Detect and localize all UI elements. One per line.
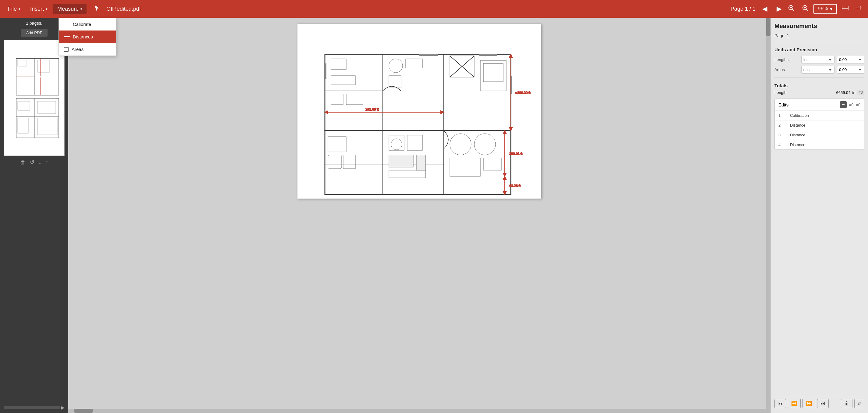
divider-2 (774, 77, 864, 78)
toolbar-right-controls: 96% ▾ (785, 3, 864, 14)
areas-unit-select[interactable]: s.in s.ft s.cm s.m (801, 66, 835, 73)
zoom-chevron-icon: ▾ (830, 6, 833, 12)
fit-page-button[interactable] (839, 4, 851, 14)
calibrate-icon (64, 22, 70, 27)
areas-checkbox-icon (64, 47, 69, 52)
totals-length-row: Length 6659.04 in #3 (774, 90, 864, 95)
calibrate-label: Calibrate (73, 22, 91, 27)
nav-copy-button[interactable]: ⧉ (854, 399, 864, 408)
nav-delete-button[interactable]: 🗑 (841, 399, 852, 408)
svg-rect-59 (389, 155, 413, 167)
bottom-scrollbar-thumb (74, 409, 93, 413)
insert-menu-button[interactable]: Insert ▾ (26, 4, 52, 14)
edits-list: 1 Calibration 2 Distance 3 Distance 4 Di… (775, 111, 864, 149)
distance-icon (64, 35, 70, 39)
nav-prev-button[interactable]: ⏪ (788, 399, 801, 408)
hash-badge-0a: #0 (849, 102, 854, 107)
units-grid: Lengths in ft cm m 0.00 0.0 0 Areas s.in… (774, 56, 864, 73)
edit-item-2[interactable]: 2 Distance (775, 120, 864, 130)
main-toolbar: File ▾ Insert ▾ Measure ▾ OIP.edited.pdf… (0, 0, 868, 18)
hash-badge-0b: #0 (856, 102, 860, 107)
edit-item-1[interactable]: 1 Calibration (775, 111, 864, 120)
edit-item-3[interactable]: 3 Distance (775, 130, 864, 140)
bottom-scrollbar[interactable] (68, 409, 766, 413)
next-page-button[interactable]: ▶ (774, 4, 784, 14)
center-content: 241.66 ft =300.00 ft 300.01 ft (68, 18, 771, 413)
toolbar-separator-1 (89, 4, 89, 13)
totals-section: Totals Length 6659.04 in #3 (774, 83, 864, 95)
floor-plan-svg: 241.66 ft =300.00 ft 300.01 ft (298, 24, 541, 198)
left-sidebar: 1 pages. Add PDF 1 (0, 18, 68, 413)
edits-container: Edits − #0 #0 1 Calibration 2 Distance 3 (774, 98, 864, 150)
svg-rect-38 (420, 54, 438, 56)
sidebar-scrollbar[interactable] (4, 406, 60, 409)
edit-num-4: 4 (778, 143, 787, 147)
right-panel: Measurements Page: 1 Units and Precision… (771, 18, 868, 413)
edits-minus-button[interactable]: − (840, 101, 847, 108)
edit-num-1: 1 (778, 113, 787, 118)
main-layout: 1 pages. Add PDF 1 (0, 18, 868, 413)
svg-text:=300.00 ft: =300.00 ft (516, 91, 530, 94)
pdf-page: 241.66 ft =300.00 ft 300.01 ft (298, 24, 541, 199)
right-panel-nav: ⏮ ⏪ ⏩ ⏭ 🗑 ⧉ (774, 396, 864, 408)
areas-label: Areas (72, 47, 84, 52)
file-menu-button[interactable]: File ▾ (4, 4, 25, 14)
svg-line-2 (793, 9, 794, 11)
zoom-in-button[interactable] (799, 3, 811, 14)
areas-label: Areas (774, 67, 799, 72)
cursor-tool-button[interactable] (92, 3, 102, 14)
rotate-button[interactable] (854, 3, 864, 14)
areas-menu-item[interactable]: Areas (59, 43, 116, 56)
pdf-viewport[interactable]: 241.66 ft =300.00 ft 300.01 ft (68, 18, 771, 413)
units-section-title: Units and Precision (774, 47, 864, 52)
length-hash-badge: #3 (857, 90, 864, 95)
prev-page-button[interactable]: ◀ (760, 4, 770, 14)
rotate-left-button[interactable]: ↺ (30, 159, 34, 166)
lengths-unit-select[interactable]: in ft cm m (801, 56, 835, 63)
distances-label: Distances (73, 34, 93, 39)
pagination-controls: Page 1 / 1 ◀ ▶ (731, 4, 784, 14)
page-info: Page 1 / 1 (731, 6, 755, 12)
divider-1 (774, 42, 864, 42)
nav-first-button[interactable]: ⏮ (774, 399, 786, 408)
svg-text:300.01 ft: 300.01 ft (509, 152, 522, 155)
edit-num-3: 3 (778, 133, 787, 137)
zoom-out-button[interactable] (785, 3, 797, 14)
edits-header: Edits − #0 #0 (775, 99, 864, 111)
thumbnail-svg (4, 40, 65, 156)
scrollbar-thumb (766, 18, 771, 36)
sidebar-scroll-area: ▶ (4, 405, 65, 410)
length-value: 6659.04 (836, 90, 850, 95)
edits-header-right: − #0 #0 (840, 101, 860, 108)
move-up-button[interactable]: ↑ (46, 159, 49, 166)
calibrate-menu-item[interactable]: Calibrate (59, 18, 116, 30)
zoom-level-button[interactable]: 96% ▾ (813, 4, 837, 14)
areas-precision-select[interactable]: 0.00 0.0 0 (837, 66, 864, 73)
distances-menu-item[interactable]: Distances (59, 30, 116, 43)
sidebar-actions: 🗑 ↺ ↓ ↑ (20, 159, 49, 166)
zoom-value: 96% (818, 6, 828, 12)
edit-type-1: Calibration (790, 113, 860, 118)
svg-rect-60 (416, 155, 426, 170)
edits-label: Edits (778, 102, 788, 107)
move-down-button[interactable]: ↓ (39, 159, 41, 166)
svg-rect-39 (479, 54, 497, 56)
totals-title: Totals (774, 83, 864, 88)
measure-menu-button[interactable]: Measure ▾ (53, 4, 87, 14)
scroll-right-icon[interactable]: ▶ (61, 405, 65, 410)
filename-label: OIP.edited.pdf (106, 6, 729, 12)
svg-line-6 (806, 9, 808, 11)
measure-dropdown-menu: Calibrate Distances Areas (59, 18, 117, 56)
file-label: File (8, 6, 17, 12)
nav-last-button[interactable]: ⏭ (817, 399, 829, 408)
lengths-precision-select[interactable]: 0.00 0.0 0 (837, 56, 864, 63)
center-scrollbar[interactable] (766, 18, 771, 413)
delete-page-button[interactable]: 🗑 (20, 159, 26, 166)
edit-item-4[interactable]: 4 Distance (775, 140, 864, 149)
page-thumbnail[interactable] (4, 40, 65, 156)
svg-text:241.66 ft: 241.66 ft (366, 107, 379, 111)
nav-next-button[interactable]: ⏩ (803, 399, 815, 408)
measure-label: Measure (57, 6, 79, 12)
add-pdf-button[interactable]: Add PDF (21, 29, 48, 37)
edit-type-4: Distance (790, 143, 860, 147)
